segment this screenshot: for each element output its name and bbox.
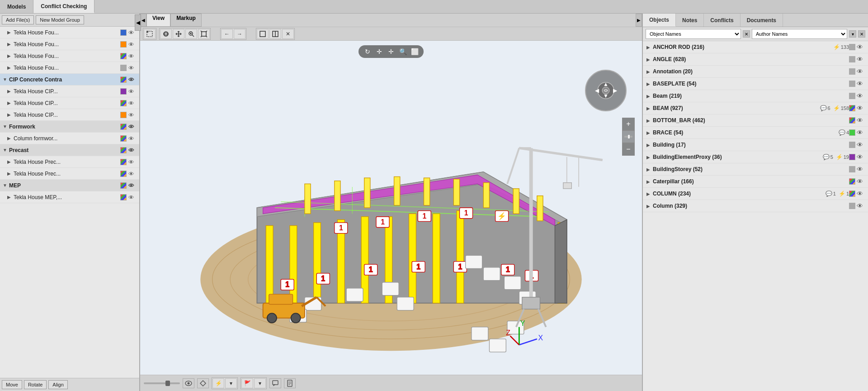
object-eye-btn[interactable]: 👁 — [855, 153, 864, 161]
model-list-item[interactable]: ▶ Column formwor... 👁 — [0, 133, 139, 144]
author-names-filter[interactable]: Author Names — [752, 29, 847, 39]
eye-toggle-btn[interactable] — [183, 378, 194, 388]
eye-toggle-icon[interactable]: 👁 — [128, 112, 137, 118]
object-eye-btn[interactable]: 👁 — [855, 43, 864, 51]
eye-toggle-icon[interactable]: 👁 — [128, 53, 137, 59]
object-list-item[interactable]: ▶ BEAM (927) 💬 6⚡ 158 👁 — [643, 102, 868, 114]
object-eye-btn[interactable]: 👁 — [855, 104, 864, 112]
object-list-item[interactable]: ▶ Annotation (20) 👁 — [643, 66, 868, 78]
eye-toggle-icon[interactable]: 👁 — [128, 194, 137, 200]
eye-toggle-icon[interactable]: 👁 — [128, 171, 137, 177]
model-list-item[interactable]: ▼ CIP Concrete Contra 👁 — [0, 74, 139, 86]
svg-point-2 — [164, 32, 168, 36]
new-model-group-button[interactable]: New Model Group — [36, 15, 84, 24]
cross-btn[interactable]: ✕ — [282, 29, 294, 39]
object-list-item[interactable]: ▶ ANCHOR ROD (216) ⚡ 133 👁 — [643, 41, 868, 53]
orbit-btn[interactable] — [160, 29, 172, 39]
model-list-item[interactable]: ▶ Tekla House Fou... 👁 — [0, 50, 139, 62]
object-eye-btn[interactable]: 👁 — [855, 177, 864, 186]
move-button[interactable]: Move — [2, 380, 22, 389]
model-list-item[interactable]: ▶ Tekla House Prec... 👁 — [0, 168, 139, 180]
3d-viewer[interactable]: ↻ ✛ ✛ 🔍 ⬜ ▲ ▼ ◀ ▶ — [140, 41, 642, 375]
object-list-item[interactable]: ▶ Building (17) 👁 — [643, 139, 868, 151]
object-eye-btn[interactable]: 👁 — [855, 141, 864, 149]
left-collapse-btn[interactable]: ◀ — [140, 14, 146, 27]
back-btn[interactable]: ← — [221, 29, 233, 39]
model-list-item[interactable]: ▶ Tekla House Fou... 👁 — [0, 38, 139, 50]
tab-documents[interactable]: Documents — [741, 14, 783, 27]
object-list-item[interactable]: ▶ COLUMN (234) 💬 1⚡ 1 👁 — [643, 188, 868, 200]
zoom-btn[interactable] — [185, 29, 197, 39]
fit-btn[interactable] — [198, 29, 210, 39]
tab-notes[interactable]: Notes — [676, 14, 704, 27]
eye-toggle-icon[interactable]: 👁 — [128, 147, 137, 153]
select-box-btn[interactable] — [144, 29, 156, 39]
object-eye-btn[interactable]: 👁 — [855, 116, 864, 124]
model-list-item[interactable]: ▶ Tekla House CIP... 👁 — [0, 109, 139, 121]
eye-toggle-icon[interactable]: 👁 — [128, 135, 137, 142]
eye-toggle-icon[interactable]: 👁 — [128, 100, 137, 106]
filter2-expand-btn[interactable]: ▾ — [849, 30, 856, 38]
object-list-item[interactable]: ▶ BASEPLATE (54) 👁 — [643, 78, 868, 90]
align-button[interactable]: Align — [48, 380, 67, 389]
model-list-item[interactable]: ▶ Tekla House Fou... 👁 — [0, 27, 139, 38]
object-list-item[interactable]: ▶ ANGLE (628) 👁 — [643, 53, 868, 66]
object-names-filter[interactable]: Object Names — [646, 29, 741, 39]
model-list-item[interactable]: ▶ Tekla House MEP,... 👁 — [0, 191, 139, 203]
split-btn[interactable] — [269, 29, 281, 39]
model-list-item[interactable]: ▶ Tekla House CIP... 👁 — [0, 86, 139, 97]
tab-conflict-checking[interactable]: Conflict Checking — [33, 0, 94, 13]
left-panel-collapse[interactable]: ◀ — [135, 14, 141, 31]
object-eye-btn[interactable]: 👁 — [855, 80, 864, 88]
conflict-down-btn[interactable]: ▾ — [225, 378, 237, 388]
eye-toggle-icon[interactable]: 👁 — [128, 182, 137, 189]
fullscreen-btn[interactable] — [257, 29, 269, 39]
object-eye-btn[interactable]: 👁 — [855, 55, 864, 63]
object-list-item[interactable]: ▶ BOTTOM_BAR (462) 👁 — [643, 114, 868, 127]
object-eye-btn[interactable]: 👁 — [855, 92, 864, 100]
object-eye-btn[interactable]: 👁 — [855, 129, 864, 137]
filter-shape-btn[interactable] — [197, 378, 209, 388]
object-eye-btn[interactable]: 👁 — [855, 67, 864, 76]
document-btn[interactable] — [284, 378, 296, 388]
eye-toggle-icon[interactable]: 👁 — [128, 124, 137, 130]
conflict-icon-btn[interactable]: ⚡ — [212, 378, 224, 388]
rotate-button[interactable]: Rotate — [24, 380, 47, 389]
right-collapse-btn[interactable]: ▶ — [636, 14, 642, 27]
object-eye-btn[interactable]: 👁 — [855, 202, 864, 210]
eye-toggle-icon[interactable]: 👁 — [128, 88, 137, 95]
flag-down-btn[interactable]: ▾ — [254, 378, 266, 388]
add-files-button[interactable]: Add File(s) — [2, 15, 34, 24]
eye-toggle-icon[interactable]: 👁 — [128, 159, 137, 165]
model-list-item[interactable]: ▼ Formwork 👁 — [0, 121, 139, 133]
tab-conflicts[interactable]: Conflicts — [704, 14, 740, 27]
object-list-item[interactable]: ▶ BRACE (54) 💬 4 👁 — [643, 127, 868, 139]
model-list-item[interactable]: ▶ Tekla House Fou... 👁 — [0, 62, 139, 74]
comment-btn[interactable] — [269, 378, 281, 388]
eye-toggle-icon[interactable]: 👁 — [128, 65, 137, 71]
tab-models[interactable]: Models — [0, 0, 33, 13]
model-list-item[interactable]: ▼ MEP 👁 — [0, 180, 139, 191]
object-eye-btn[interactable]: 👁 — [855, 165, 864, 173]
object-list-item[interactable]: ▶ Column (329) 👁 — [643, 200, 868, 212]
comment-badge: 💬 5 — [823, 154, 833, 160]
object-list-item[interactable]: ▶ Beam (219) 👁 — [643, 90, 868, 102]
eye-toggle-icon[interactable]: 👁 — [128, 76, 137, 83]
filter2-close-btn[interactable]: ✕ — [858, 30, 865, 38]
forward-btn[interactable]: → — [234, 29, 245, 39]
timeline-slider[interactable] — [144, 382, 180, 384]
model-list-item[interactable]: ▼ Precast 👁 — [0, 144, 139, 156]
tab-view[interactable]: View — [146, 14, 170, 27]
model-list-item[interactable]: ▶ Tekla House CIP... 👁 — [0, 97, 139, 109]
flag-icon-btn[interactable]: 🚩 — [241, 378, 253, 388]
tab-objects[interactable]: Objects — [643, 14, 676, 27]
filter1-close-btn[interactable]: ✕ — [743, 30, 750, 38]
pan-btn[interactable] — [173, 29, 184, 39]
object-list-item[interactable]: ▶ BuildingStorey (52) 👁 — [643, 163, 868, 176]
model-list-item[interactable]: ▶ Tekla House Prec... 👁 — [0, 156, 139, 168]
eye-toggle-icon[interactable]: 👁 — [128, 41, 137, 48]
tab-markup[interactable]: Markup — [170, 14, 202, 27]
object-list-item[interactable]: ▶ Caterpillar (166) 👁 — [643, 176, 868, 188]
object-list-item[interactable]: ▶ BuildingElementProxy (36) 💬 5⚡ 19 👁 — [643, 151, 868, 163]
object-eye-btn[interactable]: 👁 — [855, 190, 864, 198]
